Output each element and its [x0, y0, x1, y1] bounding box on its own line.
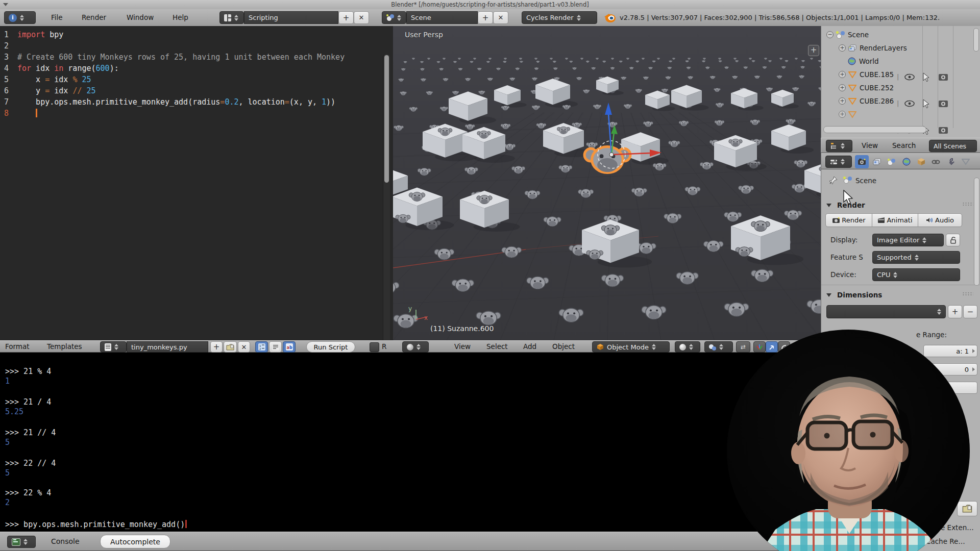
feature-set-dropdown[interactable]: Supported [872, 251, 960, 264]
blender-logo [603, 12, 617, 24]
toggle-syntax-highlight-button[interactable]: ab [283, 341, 296, 353]
scene-delete-button[interactable]: ✕ [493, 11, 508, 24]
console-input-line[interactable]: >>> bpy.ops.mesh.primitive_monkey_add() [5, 520, 187, 530]
tab-world[interactable] [899, 155, 913, 168]
device-dropdown[interactable]: CPU [872, 268, 960, 281]
scene-add-button[interactable]: + [478, 11, 493, 24]
properties-breadcrumb: Scene [828, 176, 876, 185]
render-still-button[interactable]: Render [825, 213, 872, 227]
3d-viewport[interactable] [393, 26, 821, 340]
expand-icon[interactable]: + [839, 44, 846, 52]
text-datablock-icon-button[interactable] [100, 341, 127, 353]
layout-icon-button[interactable] [219, 11, 244, 24]
expand-icon[interactable]: + [839, 71, 846, 78]
tab-render[interactable] [855, 155, 869, 168]
editor-type-button-3dview[interactable] [402, 341, 429, 353]
display-dropdown[interactable]: Image Editor [872, 234, 944, 246]
outliner-item-partial[interactable]: + [839, 108, 856, 121]
window-menu-triangle-icon[interactable] [3, 3, 8, 6]
layout-delete-button[interactable]: ✕ [354, 11, 369, 24]
menu-window[interactable]: Window [127, 9, 154, 26]
render-engine-dropdown[interactable]: Cycles Render [522, 11, 597, 24]
layout-name-field[interactable]: Scripting [244, 11, 338, 24]
code-line: 1import bpy [4, 29, 381, 40]
tab-scene[interactable] [885, 155, 898, 168]
run-script-button[interactable]: Run Script [306, 341, 355, 353]
editor-scrollbar[interactable] [383, 54, 390, 363]
preset-remove-button[interactable]: − [963, 305, 977, 318]
outliner-vscrollbar[interactable] [973, 28, 979, 52]
viewport-shading-dropdown[interactable] [675, 341, 700, 353]
output-path-button[interactable] [957, 501, 977, 516]
outliner-filter-dropdown[interactable]: All Scenes [929, 140, 977, 152]
info-header: i File Render Window Help Scripting + ✕ … [0, 9, 980, 27]
manipulator-axes-icon[interactable] [753, 341, 766, 353]
new-text-button[interactable]: + [210, 341, 223, 353]
text-editor[interactable]: 1import bpy 2 3# Create 600 tiny Monkeys… [0, 26, 393, 340]
render-animation-button[interactable]: Animati [872, 213, 918, 227]
outliner-item-cube-252[interactable]: + CUBE.252 [839, 81, 894, 94]
chevron-updown-icon [577, 15, 581, 21]
editor-type-button-outliner[interactable] [826, 140, 852, 152]
scene-icon-button[interactable] [382, 11, 406, 24]
toggle-word-wrap-button[interactable] [269, 341, 282, 353]
preset-add-button[interactable]: + [948, 305, 962, 318]
console-entry: >>> 21 // 4 5 [5, 428, 56, 447]
dimensions-panel-header[interactable]: Dimensions [826, 290, 882, 299]
render-audio-button[interactable]: Audio [918, 213, 962, 227]
frame-start-field[interactable]: a: 1 [923, 345, 977, 357]
outliner-item-cube-185[interactable]: + CUBE.185 [839, 68, 894, 81]
menu-render[interactable]: Render [82, 9, 106, 26]
scene-name-field[interactable]: Scene [406, 11, 478, 24]
mouse-cursor [843, 190, 854, 205]
outliner-hscrollbar[interactable] [823, 126, 926, 133]
panel-grip-icon[interactable] [962, 292, 973, 296]
menu-outliner-view[interactable]: View [862, 137, 878, 154]
code-line: 7 bpy.ops.mesh.primitive_monkey_add(radi… [4, 96, 381, 108]
manipulator-toggle-button[interactable]: ⇄ [736, 341, 750, 353]
stepper-right-icon[interactable] [972, 367, 975, 371]
tab-data[interactable] [959, 155, 972, 168]
expand-icon[interactable]: + [839, 84, 846, 91]
outliner-item-scene[interactable]: − Scene [826, 28, 869, 41]
stepper-right-icon[interactable] [972, 349, 975, 353]
autocomplete-button[interactable]: Autocomplete [100, 535, 170, 548]
translate-manipulator-button[interactable] [766, 341, 778, 353]
pivot-point-dropdown[interactable] [704, 341, 733, 353]
display-lock-button[interactable] [946, 234, 960, 246]
filename-field[interactable]: tiny_monkeys.py [127, 341, 208, 353]
render-presets-dropdown[interactable] [826, 305, 946, 318]
unlink-text-button[interactable]: ✕ [238, 341, 250, 353]
layout-add-button[interactable]: + [338, 11, 354, 24]
pin-icon[interactable] [828, 176, 838, 185]
menu-help[interactable]: Help [173, 9, 188, 26]
interaction-mode-dropdown[interactable]: Object Mode [592, 341, 670, 353]
outliner-item-world[interactable]: World [848, 55, 879, 68]
properties-vscrollbar[interactable] [974, 178, 979, 286]
tab-modifiers[interactable] [944, 155, 958, 168]
open-text-button[interactable] [224, 341, 237, 353]
outliner-item-renderlayers[interactable]: + RenderLayers [839, 41, 907, 55]
register-checkbox[interactable] [370, 342, 379, 352]
editor-type-button-info[interactable]: i [4, 11, 36, 24]
collapse-icon[interactable]: − [826, 31, 834, 38]
tab-constraints[interactable] [929, 155, 943, 168]
editor-type-button-properties[interactable] [825, 156, 852, 168]
unlock-icon [950, 237, 957, 244]
chevron-updown-icon [689, 344, 693, 350]
tab-render-layers[interactable] [870, 155, 884, 168]
panel-grip-icon[interactable] [962, 202, 973, 206]
breadcrumb-label[interactable]: Scene [855, 177, 876, 185]
expand-icon[interactable]: + [839, 97, 846, 105]
menu-console[interactable]: Console [51, 533, 80, 550]
region-expand-plus-icon[interactable]: + [808, 45, 819, 56]
toggle-line-numbers-button[interactable]: 12 [255, 341, 268, 353]
menu-outliner-search[interactable]: Search [892, 137, 916, 154]
svg-text:b: b [289, 345, 292, 350]
editor-type-button-console[interactable] [7, 536, 36, 548]
python-console[interactable]: >>> 21 % 4 1 >>> 21 / 4 5.25 >>> 21 // 4… [0, 353, 821, 532]
outliner-item-cube-286[interactable]: + CUBE.286 [839, 94, 894, 108]
shading-sphere-icon [679, 344, 686, 350]
menu-file[interactable]: File [51, 9, 63, 26]
tab-object[interactable] [914, 155, 928, 168]
